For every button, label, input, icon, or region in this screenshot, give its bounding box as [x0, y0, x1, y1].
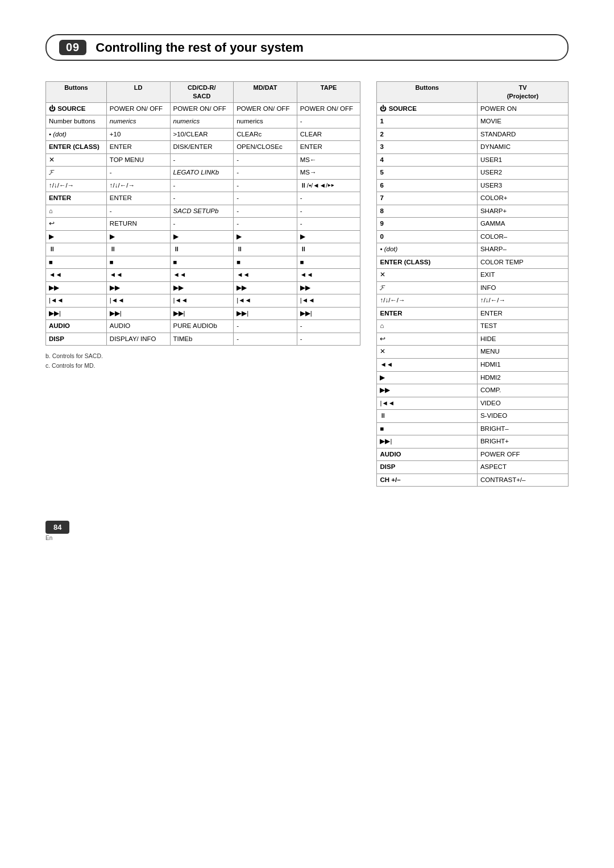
page-footer: 84 En	[45, 521, 569, 541]
right-btn-cell: |◄◄	[377, 397, 477, 410]
left-cd-cell: TIMEb	[170, 333, 234, 346]
left-btn-cell: ▶▶|	[46, 307, 107, 320]
right-btn-cell: ⌂	[377, 320, 477, 333]
right-btn-cell: ENTER	[377, 307, 477, 320]
left-btn-cell: ▶▶	[46, 281, 107, 294]
right-btn-cell: 0	[377, 230, 477, 243]
left-md-cell: ◄◄	[234, 269, 297, 282]
right-table-row: ⏻ SOURCEPOWER ON	[377, 102, 569, 115]
left-cd-cell: -	[170, 218, 234, 231]
right-btn-cell: ✕	[377, 346, 477, 359]
right-val-cell: ASPECT	[477, 461, 568, 474]
right-table-row: 𝓕INFO	[377, 281, 569, 294]
right-btn-cell: 4	[377, 153, 477, 167]
right-val-cell: MENU	[477, 346, 568, 359]
left-ld-cell: ■	[106, 256, 170, 269]
right-btn-cell: ⏻ SOURCE	[377, 102, 477, 115]
left-btn-cell: ↩	[46, 218, 107, 231]
left-tape-cell: -	[297, 205, 360, 218]
left-md-cell: ▶▶	[234, 281, 297, 294]
section-number: 09	[59, 40, 86, 55]
left-md-cell: ■	[234, 256, 297, 269]
left-cd-cell: ▶▶|	[170, 307, 234, 320]
right-btn-cell: 9	[377, 218, 477, 231]
right-btn-cell: 5	[377, 167, 477, 180]
right-table-row: 3DYNAMIC	[377, 141, 569, 154]
left-md-cell: ▶▶|	[234, 307, 297, 320]
right-table-row: ⌂TEST	[377, 320, 569, 333]
right-table-row: ⏸S-VIDEO	[377, 410, 569, 423]
left-table-row: ↩RETURN---	[46, 218, 360, 231]
right-btn-cell: DISP	[377, 461, 477, 474]
left-th-ld: LD	[106, 82, 170, 103]
left-tape-cell: -	[297, 320, 360, 333]
right-val-cell: ENTER	[477, 307, 568, 320]
left-btn-cell: AUDIO	[46, 320, 107, 333]
left-md-cell: |◄◄	[234, 294, 297, 308]
left-md-cell: ▶	[234, 230, 297, 243]
left-ld-cell: -	[106, 205, 170, 218]
right-val-cell: VIDEO	[477, 397, 568, 410]
left-table-row: ✕TOP MENU--MS←	[46, 153, 360, 167]
left-table-row: ■■■■■	[46, 256, 360, 269]
right-val-cell: COMP.	[477, 384, 568, 397]
right-table-row: ENTER (CLASS)COLOR TEMP	[377, 256, 569, 269]
right-table-row: ↩HIDE	[377, 333, 569, 346]
right-btn-cell: 3	[377, 141, 477, 154]
right-val-cell: GAMMA	[477, 218, 568, 231]
right-th-tv: TV(Projector)	[477, 82, 568, 103]
left-ld-cell: ENTER	[106, 192, 170, 205]
left-th-cd: CD/CD-R/SACD	[170, 82, 234, 103]
left-table-row: • (dot)+10>10/CLEARCLEARcCLEAR	[46, 128, 360, 141]
right-btn-cell: • (dot)	[377, 243, 477, 256]
right-btn-cell: ▶▶|	[377, 435, 477, 448]
left-cd-cell: -	[170, 179, 234, 192]
right-val-cell: SHARP+	[477, 205, 568, 218]
left-tape-cell: ▶▶	[297, 281, 360, 294]
right-btn-cell: 2	[377, 128, 477, 141]
left-tape-cell: -	[297, 115, 360, 128]
right-val-cell: COLOR+	[477, 192, 568, 205]
right-table-row: ▶HDMI2	[377, 371, 569, 384]
left-btn-cell: • (dot)	[46, 128, 107, 141]
left-table-row: DISPDISPLAY/ INFOTIMEb--	[46, 333, 360, 346]
right-val-cell: USER3	[477, 179, 568, 192]
right-th-buttons: Buttons	[377, 82, 477, 103]
right-table-wrap: Buttons TV(Projector) ⏻ SOURCEPOWER ON1M…	[376, 81, 569, 487]
left-table-row: |◄◄|◄◄|◄◄|◄◄|◄◄	[46, 294, 360, 308]
left-th-md: MD/DAT	[234, 82, 297, 103]
right-table-row: 0COLOR–	[377, 230, 569, 243]
left-ld-cell: ▶	[106, 230, 170, 243]
right-table-row: 9GAMMA	[377, 218, 569, 231]
left-ld-cell: AUDIO	[106, 320, 170, 333]
right-btn-cell: ENTER (CLASS)	[377, 256, 477, 269]
left-md-cell: -	[234, 153, 297, 167]
right-val-cell: HIDE	[477, 333, 568, 346]
left-ld-cell: ◄◄	[106, 269, 170, 282]
right-table-row: ✕MENU	[377, 346, 569, 359]
right-val-cell: POWER OFF	[477, 448, 568, 461]
left-tape-cell: -	[297, 192, 360, 205]
right-table-row: 7COLOR+	[377, 192, 569, 205]
left-tape-cell: ▶▶|	[297, 307, 360, 320]
right-btn-cell: ✕	[377, 269, 477, 282]
left-cd-cell: -	[170, 153, 234, 167]
left-md-cell: -	[234, 179, 297, 192]
left-btn-cell: DISP	[46, 333, 107, 346]
right-val-cell: STANDARD	[477, 128, 568, 141]
right-table-row: ↑/↓/←/→↑/↓/←/→	[377, 294, 569, 308]
left-md-cell: POWER ON/ OFF	[234, 102, 297, 115]
right-table-row: ▶▶COMP.	[377, 384, 569, 397]
right-table-row: 8SHARP+	[377, 205, 569, 218]
right-val-cell: TEST	[477, 320, 568, 333]
left-tape-cell: -	[297, 333, 360, 346]
right-btn-cell: 8	[377, 205, 477, 218]
left-tape-cell: ■	[297, 256, 360, 269]
left-ld-cell: +10	[106, 128, 170, 141]
right-btn-cell: ◄◄	[377, 359, 477, 372]
left-btn-cell: 𝓕	[46, 167, 107, 180]
right-btn-cell: 𝓕	[377, 281, 477, 294]
left-table-row: Number buttonsnumericsnumericsnumerics-	[46, 115, 360, 128]
left-md-cell: ⏸	[234, 243, 297, 256]
right-val-cell: COLOR–	[477, 230, 568, 243]
